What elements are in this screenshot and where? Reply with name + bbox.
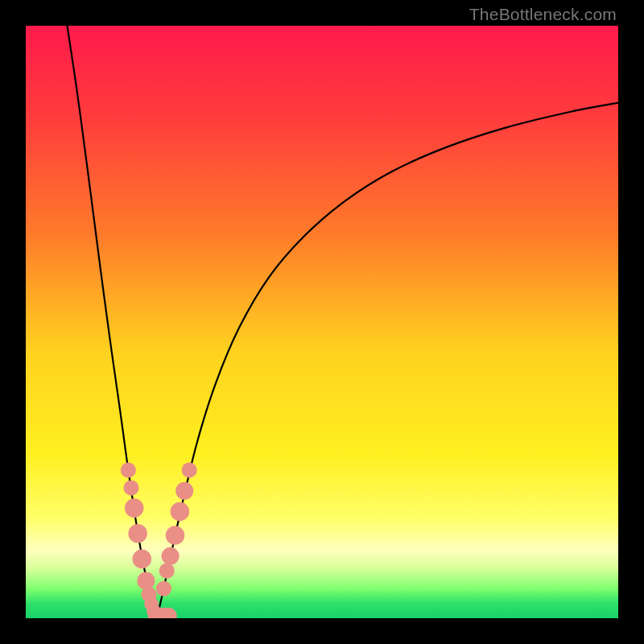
marker-dot: [159, 564, 175, 579]
marker-dot: [137, 572, 155, 590]
marker-dot: [128, 524, 147, 543]
plot-area: [26, 26, 618, 618]
marker-dot: [132, 550, 151, 569]
marker-dot: [166, 526, 185, 545]
watermark-text: TheBottleneck.com: [469, 5, 617, 24]
marker-dot: [121, 462, 136, 477]
scatter-markers: [121, 462, 197, 618]
marker-dot: [125, 498, 144, 518]
outer-frame: TheBottleneck.com: [0, 0, 644, 644]
marker-dot: [162, 547, 180, 565]
chart-canvas: [26, 26, 618, 618]
curve-right-branch: [156, 103, 618, 618]
marker-dot: [156, 581, 171, 597]
marker-dot: [123, 481, 138, 496]
marker-dot: [171, 502, 190, 522]
marker-dot: [175, 482, 193, 500]
marker-dot: [182, 462, 197, 477]
